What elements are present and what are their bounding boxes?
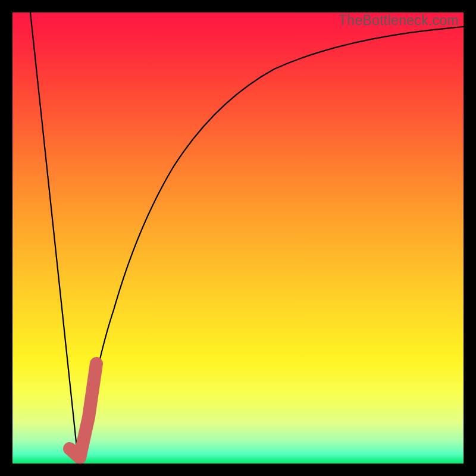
bottleneck-curve-left [30, 12, 78, 459]
highlight-segment [70, 364, 96, 458]
bottleneck-curve-right [81, 27, 464, 459]
frame: TheBottleneck.com [0, 0, 476, 476]
curve-layer [12, 12, 464, 464]
plot-area: TheBottleneck.com [12, 12, 464, 464]
watermark-text: TheBottleneck.com [339, 12, 459, 29]
